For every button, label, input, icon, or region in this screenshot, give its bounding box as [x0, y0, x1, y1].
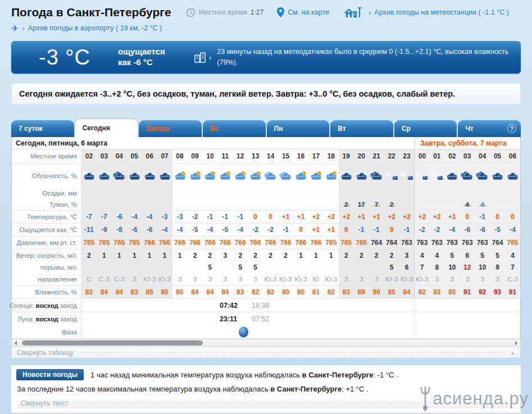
pressure-cell: 766 — [188, 236, 203, 249]
chevron-right-icon: › — [209, 53, 211, 62]
row-fog: Туман, % ☁2☁17☁7☁2☁4☁4 — [12, 198, 520, 211]
fog-cell — [233, 198, 248, 210]
feels-like-cell: -6 — [127, 224, 142, 236]
temperature-cell: -7 — [81, 211, 97, 223]
row-wind-gusts: порывы, м/с 555567810121097 — [12, 261, 520, 273]
humidity-cell: 85 — [444, 286, 460, 298]
tab-today[interactable]: Сегодня — [75, 119, 138, 137]
hour-cell: 09 — [188, 149, 203, 163]
humidity-cell: 83 — [233, 286, 248, 298]
fog-cell — [142, 198, 157, 210]
row-label: Местное время — [12, 149, 81, 163]
hour-cell: 01 — [429, 149, 444, 163]
wind-speed-cell: 1 — [142, 249, 157, 261]
cloudiness-icon — [490, 163, 505, 188]
fog-cell: ☁17 — [354, 198, 369, 210]
row-label: Ощущается как, °C — [12, 224, 81, 236]
temperature-cell: 0 — [263, 211, 278, 223]
wind-dir-cell: З — [444, 273, 460, 285]
precip-cell — [339, 188, 354, 198]
fog-cell — [248, 198, 263, 210]
humidity-cell: 84 — [217, 286, 233, 298]
scrollbar-thumb[interactable] — [22, 340, 203, 345]
station-archive-link[interactable]: Архив погоды на метеостанции ( -1.1 °C ) — [374, 8, 508, 16]
row-humidity: Влажность, % 828484838585858484848382828… — [12, 286, 520, 299]
collapse-text-bar[interactable]: Свернуть текст — [17, 398, 515, 408]
wind-gust-cell: 10 — [444, 261, 460, 273]
tab-tomorrow[interactable]: Завтра — [139, 120, 202, 137]
hour-cell: 06 — [505, 149, 520, 163]
weather-news-button[interactable]: Новости погоды — [16, 369, 84, 380]
temperature-cell: +1 — [354, 211, 369, 223]
row-sun: Солнце:восходзаход 07:42 18:38 — [12, 299, 520, 312]
tomorrow-caption: Завтра, суббота, 7 марта — [415, 137, 520, 149]
tab-tuesday[interactable]: Вт — [330, 120, 393, 137]
temperature-cell: +2 — [308, 211, 324, 223]
fog-cell — [127, 198, 142, 210]
scroll-left-arrow[interactable] — [15, 341, 17, 345]
wind-dir-cell: Ю-З — [384, 273, 399, 285]
pressure-cell: 765 — [97, 236, 112, 249]
tab-sunday[interactable]: Вс — [203, 120, 266, 137]
precip-cell — [278, 188, 293, 198]
map-pin-icon — [277, 7, 284, 17]
humidity-cell: 80 — [278, 286, 293, 298]
map-link[interactable]: См. на карте — [288, 8, 329, 16]
row-label: Влажность, % — [12, 286, 81, 298]
wind-gust-cell — [354, 261, 369, 273]
scroll-right-arrow[interactable] — [515, 341, 517, 345]
fog-cell: ☁7 — [369, 198, 384, 210]
tab-wednesday[interactable]: Ср — [394, 120, 457, 137]
temperature-cell: -7 — [97, 211, 112, 223]
precip-cell — [188, 188, 203, 198]
tab-monday[interactable]: Пн — [267, 120, 330, 137]
humidity-cell: 89 — [354, 286, 369, 298]
wind-speed-cell: 2 — [354, 249, 369, 261]
wind-speed-cell: 2 — [263, 249, 278, 261]
collapse-text-label: Свернуть текст — [21, 399, 69, 407]
feels-like-cell: -1 — [354, 224, 369, 236]
temperature-cell: +2 — [384, 211, 399, 223]
feels-like-cell: -6 — [475, 224, 490, 236]
wind-dir-cell: З — [217, 273, 233, 285]
airport-archive-link[interactable]: Архив погоды в аэропорту ( 19 км, -2 °C … — [28, 24, 162, 32]
hour-cell: 02 — [81, 149, 97, 163]
cloudiness-icon — [293, 163, 308, 188]
cloudiness-icon — [202, 163, 217, 188]
tab-thursday[interactable]: Чт? — [458, 120, 521, 137]
news-line-2: За последние 12 часов максимальная темпе… — [16, 380, 516, 398]
wind-speed-cell: 1 — [112, 249, 127, 261]
row-label: Луна:восходзаход — [12, 312, 81, 325]
wind-gust-cell: 7 — [414, 261, 429, 273]
wind-speed-cell: 4 — [414, 249, 429, 261]
wind-speed-cell: 1 — [324, 249, 339, 261]
humidity-cell: 91 — [460, 286, 475, 298]
day-divider — [414, 312, 415, 325]
row-cloudiness: Облачность, % — [12, 163, 520, 188]
temperature-cell: +2 — [414, 211, 429, 223]
temperature-cell: -4 — [142, 211, 157, 223]
wind-dir-cell: З — [460, 273, 475, 285]
precip-cell — [157, 188, 172, 198]
pressure-cell: 764 — [490, 236, 505, 249]
wind-gust-cell — [217, 261, 233, 273]
collapse-table-bar[interactable]: Свернуть таблицу ▲ — [11, 347, 521, 358]
wind-speed-cell: 1 — [127, 249, 142, 261]
fog-cell — [202, 198, 217, 210]
row-temperature: Температура, °C -7-7-6-4-4-3-3-2-1-1-100… — [12, 211, 520, 224]
wind-dir-cell: Ю-З — [324, 273, 339, 285]
humidity-cell: 83 — [429, 286, 444, 298]
help-icon[interactable]: ? — [507, 124, 516, 133]
wind-gust-cell — [112, 261, 127, 273]
humidity-cell: 84 — [188, 286, 203, 298]
row-moon-phase: фаза — [12, 325, 520, 339]
cloudiness-icon — [414, 163, 429, 188]
temperature-cell: -1 — [233, 211, 248, 223]
humidity-cell: 85 — [157, 286, 172, 298]
day-divider — [414, 299, 415, 312]
weather-news-section: Новости погоды 1 час назад минимальная т… — [11, 365, 521, 410]
feels-like-cell: -2 — [263, 224, 278, 236]
horizontal-scrollbar[interactable] — [11, 339, 521, 347]
wind-speed-cell: 2 — [202, 249, 217, 261]
tab-7days[interactable]: 7 суток — [11, 120, 74, 137]
